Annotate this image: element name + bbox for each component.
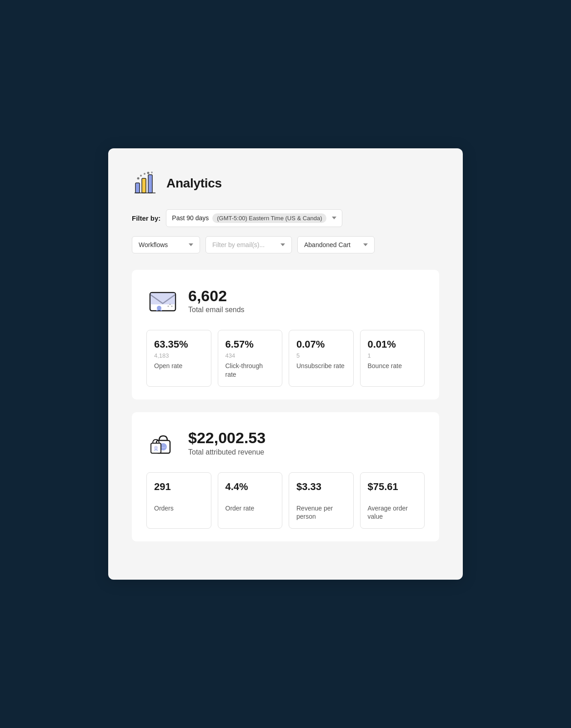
avg-order-value-card: $75.61 Average order value [360, 472, 425, 529]
ctr-value: 6.57% [225, 339, 275, 350]
chevron-down-icon [280, 243, 285, 246]
svg-point-6 [147, 172, 150, 174]
chevron-down-icon [189, 243, 193, 246]
total-revenue-value: $22,002.53 [188, 430, 265, 446]
date-range-value: Past 90 days [172, 214, 209, 222]
svg-rect-10 [150, 293, 175, 304]
ctr-sub: 434 [225, 352, 275, 359]
unsub-rate-label: Unsubscribe rate [296, 362, 346, 370]
open-rate-card: 63.35% 4,183 Open rate [146, 330, 211, 387]
analytics-logo-icon [132, 170, 158, 197]
svg-rect-1 [142, 178, 146, 193]
workflows-dropdown[interactable]: Workflows [132, 236, 200, 253]
email-filter-placeholder: Filter by email(s)... [212, 241, 265, 248]
svg-rect-2 [148, 175, 152, 193]
chevron-down-icon [363, 243, 368, 246]
open-rate-value: 63.35% [154, 339, 204, 350]
ctr-label: Click-through rate [225, 362, 275, 379]
date-range-dropdown[interactable]: Past 90 days (GMT-5:00) Eastern Time (US… [166, 209, 342, 227]
cart-filter-dropdown[interactable]: Abandoned Cart [297, 236, 375, 253]
unsub-rate-sub: 5 [296, 352, 346, 359]
unsub-rate-value: 0.07% [296, 339, 346, 350]
total-email-sends-label: Total email sends [188, 306, 245, 314]
svg-point-4 [140, 175, 142, 177]
svg-point-13 [171, 305, 173, 307]
chevron-down-icon [332, 217, 336, 219]
timezone-badge: (GMT-5:00) Eastern Time (US & Canda) [212, 213, 326, 223]
email-filter-dropdown[interactable]: Filter by email(s)... [205, 236, 292, 253]
page-header: Analytics [132, 170, 439, 197]
bounce-rate-sub: 1 [368, 352, 417, 359]
bounce-rate-label: Bounce rate [368, 362, 417, 370]
page-title: Analytics [166, 176, 222, 191]
filter-by-label: Filter by: [132, 214, 160, 222]
analytics-card: Analytics Filter by: Past 90 days (GMT-5… [108, 148, 463, 580]
email-metric-grid: 63.35% 4,183 Open rate 6.57% 434 Click-t… [146, 330, 425, 387]
svg-point-12 [170, 303, 171, 305]
email-stats: 6,602 Total email sends [188, 288, 245, 314]
total-revenue-label: Total attributed revenue [188, 448, 265, 456]
bounce-rate-value: 0.01% [368, 339, 417, 350]
order-rate-sub [225, 495, 275, 501]
order-rate-card: 4.4% Order rate [218, 472, 283, 529]
email-section: 6,602 Total email sends 63.35% 4,183 Ope… [132, 270, 439, 399]
revenue-per-person-sub [296, 495, 346, 501]
revenue-stats: $22,002.53 Total attributed revenue [188, 430, 265, 456]
orders-label: Orders [154, 504, 204, 513]
svg-point-3 [137, 177, 140, 179]
revenue-section-header: $22,002.53 Total attributed revenue [146, 427, 425, 460]
cart-filter-value: Abandoned Cart [304, 241, 351, 248]
svg-point-7 [151, 172, 153, 173]
svg-point-5 [144, 173, 145, 175]
revenue-icon [146, 427, 179, 460]
total-email-sends-value: 6,602 [188, 288, 245, 304]
revenue-metric-grid: 291 Orders 4.4% Order rate $3.33 Revenue… [146, 472, 425, 529]
unsub-rate-card: 0.07% 5 Unsubscribe rate [289, 330, 354, 387]
revenue-per-person-label: Revenue per person [296, 504, 346, 521]
email-icon [146, 284, 179, 317]
open-rate-sub: 4,183 [154, 352, 204, 359]
avg-order-value-value: $75.61 [368, 481, 417, 493]
ctr-card: 6.57% 434 Click-through rate [218, 330, 283, 387]
filter-row-1: Filter by: Past 90 days (GMT-5:00) Easte… [132, 209, 439, 227]
svg-rect-0 [135, 183, 140, 193]
revenue-section: $22,002.53 Total attributed revenue 291 … [132, 412, 439, 542]
filter-row-2: Workflows Filter by email(s)... Abandone… [132, 236, 439, 253]
orders-sub [154, 495, 204, 501]
bounce-rate-card: 0.01% 1 Bounce rate [360, 330, 425, 387]
avg-order-value-sub [368, 495, 417, 501]
avg-order-value-label: Average order value [368, 504, 417, 521]
orders-card: 291 Orders [146, 472, 211, 529]
svg-point-14 [168, 305, 169, 307]
workflows-label: Workflows [139, 241, 168, 248]
email-section-header: 6,602 Total email sends [146, 284, 425, 317]
svg-point-18 [154, 446, 158, 450]
order-rate-label: Order rate [225, 504, 275, 513]
order-rate-value: 4.4% [225, 481, 275, 493]
revenue-per-person-card: $3.33 Revenue per person [289, 472, 354, 529]
open-rate-label: Open rate [154, 362, 204, 370]
revenue-per-person-value: $3.33 [296, 481, 346, 493]
orders-value: 291 [154, 481, 204, 493]
